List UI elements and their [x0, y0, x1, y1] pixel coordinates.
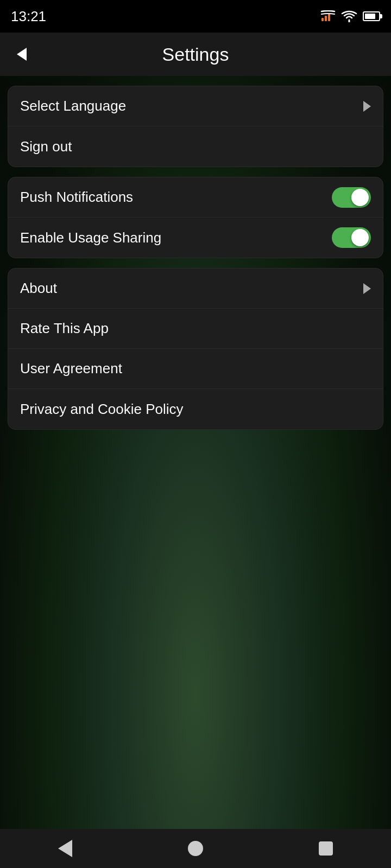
settings-item-sign-out[interactable]: Sign out [8, 126, 383, 167]
top-bar: Settings [0, 33, 391, 76]
cast-icon [320, 10, 336, 22]
about-chevron-icon [363, 283, 371, 294]
battery-fill [365, 14, 375, 19]
status-bar: 13:21 [0, 0, 391, 33]
status-time: 13:21 [11, 8, 46, 25]
nav-home-button[interactable] [179, 832, 212, 865]
svg-rect-2 [328, 14, 330, 21]
page-title: Settings [162, 44, 229, 65]
select-language-label: Select Language [20, 98, 126, 114]
settings-group-2: Push Notifications Enable Usage Sharing [8, 177, 383, 258]
wifi-icon [341, 10, 357, 22]
rate-this-app-label: Rate This App [20, 320, 109, 337]
settings-item-enable-usage-sharing[interactable]: Enable Usage Sharing [8, 218, 383, 258]
push-notifications-toggle[interactable] [332, 187, 371, 208]
push-notifications-label: Push Notifications [20, 189, 133, 206]
battery-icon [363, 11, 380, 21]
settings-item-select-language[interactable]: Select Language [8, 86, 383, 126]
enable-usage-sharing-toggle[interactable] [332, 227, 371, 248]
settings-item-rate-this-app[interactable]: Rate This App [8, 309, 383, 349]
settings-group-3: About Rate This App User Agreement Priva… [8, 268, 383, 430]
back-arrow-icon [17, 48, 27, 61]
toggle-knob [351, 189, 369, 206]
user-agreement-label: User Agreement [20, 360, 122, 377]
back-button[interactable] [11, 43, 33, 65]
nav-home-icon [188, 841, 203, 856]
settings-group-1: Select Language Sign out [8, 86, 383, 167]
status-icons [320, 10, 380, 22]
sign-out-label: Sign out [20, 138, 72, 155]
settings-item-user-agreement[interactable]: User Agreement [8, 349, 383, 389]
toggle-knob-2 [351, 229, 369, 246]
svg-rect-0 [321, 18, 324, 21]
nav-back-button[interactable] [49, 832, 81, 865]
nav-back-icon [58, 840, 72, 857]
about-label: About [20, 280, 57, 297]
settings-item-about[interactable]: About [8, 269, 383, 309]
enable-usage-sharing-label: Enable Usage Sharing [20, 229, 161, 246]
chevron-right-icon [363, 101, 371, 112]
settings-content: Select Language Sign out Push Notificati… [0, 76, 391, 430]
nav-bar [0, 829, 391, 868]
settings-item-push-notifications[interactable]: Push Notifications [8, 177, 383, 218]
privacy-cookie-policy-label: Privacy and Cookie Policy [20, 401, 184, 418]
nav-recent-icon [319, 841, 333, 856]
svg-rect-1 [325, 16, 327, 21]
nav-recent-button[interactable] [310, 832, 342, 865]
settings-item-privacy-cookie-policy[interactable]: Privacy and Cookie Policy [8, 389, 383, 429]
